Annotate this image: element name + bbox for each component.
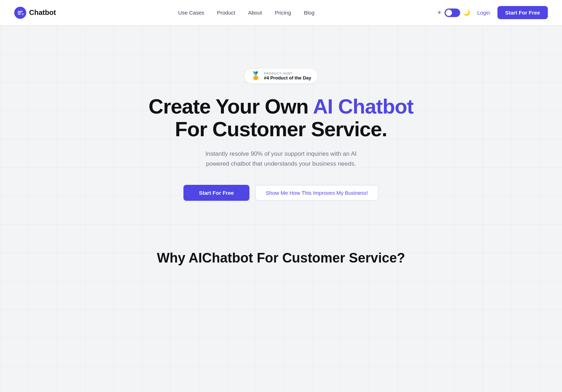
nav-use-cases[interactable]: Use Cases: [178, 10, 204, 16]
badge-medal-icon: 🏅: [251, 71, 260, 81]
headline-purple: AI Chatbot: [313, 95, 413, 118]
section-teaser: Why AIChatbot For Customer Service?: [0, 229, 562, 280]
svg-point-1: [22, 13, 24, 15]
product-hunt-badge: 🏅 PRODUCT HUNT #4 Product of the Day: [244, 68, 318, 84]
hero-headline: Create Your Own AI Chatbot For Customer …: [149, 95, 413, 140]
hero-show-how-button[interactable]: Show Me How This Improves My Business!: [255, 185, 379, 201]
theme-toggle-switch[interactable]: [445, 9, 460, 17]
badge-label: PRODUCT HUNT: [264, 72, 293, 75]
nav-blog[interactable]: Blog: [304, 10, 314, 16]
hero-buttons: Start For Free Show Me How This Improves…: [183, 185, 379, 201]
badge-text: PRODUCT HUNT #4 Product of the Day: [264, 72, 312, 81]
hero-start-free-button[interactable]: Start For Free: [183, 185, 249, 201]
nav-links: Use Cases Product About Pricing Blog: [178, 10, 314, 16]
hero-section: 🏅 PRODUCT HUNT #4 Product of the Day Cre…: [134, 26, 428, 229]
headline-plain: Create Your Own: [149, 95, 313, 118]
logo-text: Chatbot: [29, 9, 56, 17]
logo-icon: [14, 7, 26, 19]
badge-rank: #4 Product of the Day: [264, 75, 312, 81]
nav-product[interactable]: Product: [217, 10, 236, 16]
theme-toggle[interactable]: ☀ 🌙: [437, 9, 470, 17]
sun-icon: ☀: [437, 9, 442, 16]
nav-start-free-button[interactable]: Start For Free: [497, 6, 548, 19]
logo[interactable]: Chatbot: [14, 7, 56, 19]
navbar: Chatbot Use Cases Product About Pricing …: [0, 0, 562, 26]
nav-right: ☀ 🌙 Login Start For Free: [437, 6, 548, 19]
section-teaser-title: Why AIChatbot For Customer Service?: [14, 250, 548, 266]
headline-line2: For Customer Service.: [175, 117, 387, 140]
hero-subtext: Instantly resolve 90% of your support in…: [199, 149, 363, 170]
main-content: 🏅 PRODUCT HUNT #4 Product of the Day Cre…: [0, 0, 562, 280]
nav-pricing[interactable]: Pricing: [275, 10, 291, 16]
moon-icon: 🌙: [463, 9, 470, 16]
login-link[interactable]: Login: [477, 10, 490, 16]
nav-about[interactable]: About: [248, 10, 262, 16]
